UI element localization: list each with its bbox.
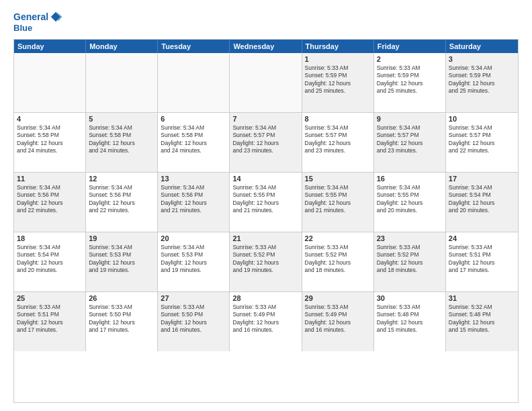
cell-line: and 15 minutes. [377, 326, 443, 334]
cell-line: Daylight: 12 hours [17, 259, 83, 267]
day-number: 27 [161, 294, 226, 302]
header-day-saturday: Saturday [446, 40, 518, 53]
cal-cell-empty-2 [158, 53, 230, 112]
cell-line: and 15 minutes. [449, 326, 515, 334]
cell-line: Sunset: 5:58 PM [161, 132, 226, 139]
cell-line: Daylight: 12 hours [89, 140, 154, 147]
cell-line: Sunrise: 5:34 AM [17, 244, 83, 251]
cell-line: and 20 minutes. [17, 267, 83, 274]
day-number: 21 [232, 234, 298, 242]
cell-line: Sunset: 5:50 PM [89, 311, 154, 318]
cell-line: Sunset: 5:49 PM [232, 311, 298, 318]
day-number: 20 [161, 234, 226, 242]
day-number: 30 [377, 294, 443, 302]
cell-line: Daylight: 12 hours [89, 319, 154, 326]
cell-line: Sunset: 5:55 PM [232, 191, 298, 199]
cal-cell-19: 19Sunrise: 5:34 AMSunset: 5:53 PMDayligh… [86, 232, 158, 291]
cell-line: Sunrise: 5:34 AM [161, 124, 226, 132]
day-number: 15 [305, 175, 371, 183]
day-number: 16 [377, 175, 443, 183]
cell-line: Sunset: 5:52 PM [305, 251, 371, 259]
cal-cell-3: 3Sunrise: 5:34 AMSunset: 5:59 PMDaylight… [446, 53, 518, 112]
logo-blue: Blue [13, 23, 32, 34]
cell-line: Sunrise: 5:33 AM [232, 304, 298, 311]
cell-line: Daylight: 12 hours [449, 319, 515, 326]
cell-line: Daylight: 12 hours [377, 259, 443, 267]
day-number: 8 [305, 115, 371, 123]
day-number: 17 [449, 175, 515, 183]
logo-general: General [13, 11, 48, 23]
cell-line: Daylight: 12 hours [161, 319, 226, 326]
day-number: 29 [305, 294, 371, 302]
week-row-5: 25Sunrise: 5:33 AMSunset: 5:51 PMDayligh… [14, 291, 518, 351]
cell-line: Sunset: 5:58 PM [89, 132, 154, 139]
day-number: 10 [449, 115, 515, 123]
cell-line: and 21 minutes. [161, 207, 226, 214]
cal-cell-23: 23Sunrise: 5:33 AMSunset: 5:52 PMDayligh… [374, 232, 446, 291]
week-row-4: 18Sunrise: 5:34 AMSunset: 5:54 PMDayligh… [14, 232, 518, 291]
cell-line: Sunset: 5:57 PM [449, 132, 515, 139]
cell-line: Sunrise: 5:34 AM [305, 184, 371, 191]
cell-line: Sunrise: 5:34 AM [449, 64, 515, 72]
cell-line: Daylight: 12 hours [89, 199, 154, 207]
header-day-tuesday: Tuesday [158, 40, 230, 53]
cell-line: Daylight: 12 hours [232, 319, 298, 326]
cell-line: and 22 minutes. [449, 147, 515, 154]
cell-line: and 22 minutes. [17, 207, 83, 214]
cell-line: and 19 minutes. [89, 267, 154, 274]
cell-line: Daylight: 12 hours [449, 140, 515, 147]
cell-line: Sunrise: 5:34 AM [161, 244, 226, 251]
day-number: 31 [449, 294, 515, 302]
day-number: 1 [305, 55, 371, 63]
cell-line: Daylight: 12 hours [377, 140, 443, 147]
cell-line: Sunrise: 5:33 AM [449, 244, 515, 251]
header-day-monday: Monday [86, 40, 158, 53]
cell-line: Sunset: 5:57 PM [377, 132, 443, 139]
day-number: 2 [377, 55, 443, 63]
day-number: 18 [17, 234, 83, 242]
day-number: 25 [17, 294, 83, 302]
cell-line: Sunrise: 5:33 AM [89, 304, 154, 311]
cell-line: Daylight: 12 hours [305, 259, 371, 267]
cell-line: and 25 minutes. [449, 87, 515, 95]
cell-line: Sunset: 5:57 PM [305, 132, 371, 139]
cell-line: Daylight: 12 hours [449, 80, 515, 87]
cell-line: and 24 minutes. [161, 147, 226, 154]
cell-line: and 18 minutes. [377, 267, 443, 274]
cell-line: and 23 minutes. [232, 147, 298, 154]
cal-cell-8: 8Sunrise: 5:34 AMSunset: 5:57 PMDaylight… [302, 113, 374, 172]
cell-line: and 19 minutes. [161, 267, 226, 274]
cell-line: Sunset: 5:53 PM [89, 251, 154, 259]
cell-line: Sunset: 5:59 PM [305, 72, 371, 79]
header-day-friday: Friday [374, 40, 446, 53]
cell-line: Sunrise: 5:34 AM [17, 184, 83, 191]
cell-line: and 23 minutes. [305, 147, 371, 154]
cell-line: Sunrise: 5:33 AM [232, 244, 298, 251]
cal-cell-13: 13Sunrise: 5:34 AMSunset: 5:56 PMDayligh… [158, 173, 230, 232]
week-row-2: 4Sunrise: 5:34 AMSunset: 5:58 PMDaylight… [14, 112, 518, 172]
cal-cell-10: 10Sunrise: 5:34 AMSunset: 5:57 PMDayligh… [446, 113, 518, 172]
cal-cell-27: 27Sunrise: 5:33 AMSunset: 5:50 PMDayligh… [158, 292, 230, 351]
cal-cell-21: 21Sunrise: 5:33 AMSunset: 5:52 PMDayligh… [230, 232, 302, 291]
cal-cell-16: 16Sunrise: 5:34 AMSunset: 5:55 PMDayligh… [374, 173, 446, 232]
cell-line: Sunrise: 5:33 AM [305, 304, 371, 311]
cell-line: Daylight: 12 hours [161, 140, 226, 147]
cal-cell-25: 25Sunrise: 5:33 AMSunset: 5:51 PMDayligh… [14, 292, 86, 351]
cal-cell-26: 26Sunrise: 5:33 AMSunset: 5:50 PMDayligh… [86, 292, 158, 351]
cell-line: Sunset: 5:54 PM [449, 191, 515, 199]
cell-line: Sunset: 5:54 PM [17, 251, 83, 259]
cell-line: Sunrise: 5:34 AM [449, 184, 515, 191]
calendar-body: 1Sunrise: 5:33 AMSunset: 5:59 PMDaylight… [14, 53, 518, 351]
cal-cell-24: 24Sunrise: 5:33 AMSunset: 5:51 PMDayligh… [446, 232, 518, 291]
header: General Blue [13, 11, 519, 34]
cell-line: Sunset: 5:49 PM [305, 311, 371, 318]
day-number: 28 [232, 294, 298, 302]
day-number: 4 [17, 115, 83, 123]
cal-cell-empty-0 [14, 53, 86, 112]
day-number: 14 [232, 175, 298, 183]
cell-line: and 17 minutes. [89, 326, 154, 334]
cell-line: and 22 minutes. [89, 207, 154, 214]
cell-line: and 19 minutes. [232, 267, 298, 274]
day-number: 24 [449, 234, 515, 242]
cal-cell-28: 28Sunrise: 5:33 AMSunset: 5:49 PMDayligh… [230, 292, 302, 351]
